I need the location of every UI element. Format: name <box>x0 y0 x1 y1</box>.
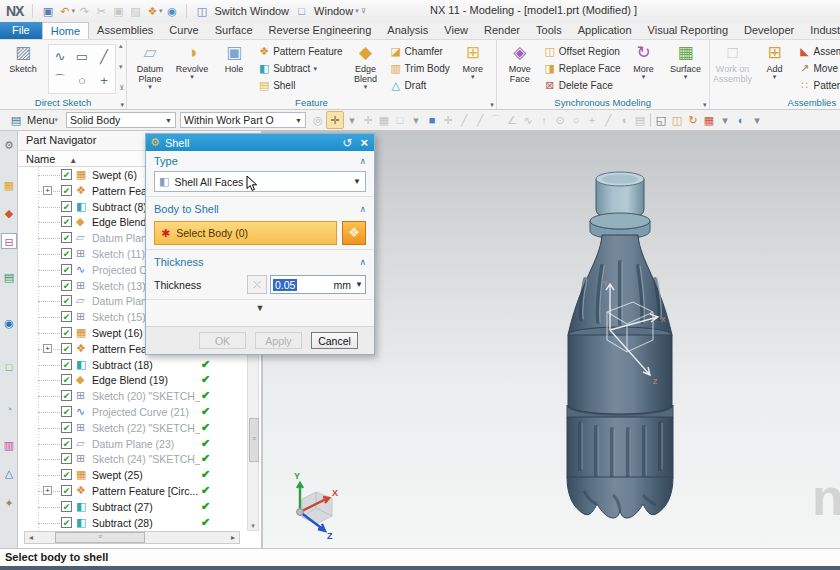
feature-checkbox[interactable]: ✔ <box>61 264 72 275</box>
tab-industry[interactable]: Industry <box>802 22 840 39</box>
feature-checkbox[interactable]: ✔ <box>61 311 72 322</box>
body-to-shell-section-header[interactable]: Body to Shell∧ <box>146 199 374 219</box>
tab-assemblies[interactable]: Assemblies <box>89 22 161 39</box>
feature-checkbox[interactable]: ✔ <box>61 438 72 449</box>
command-finder-icon[interactable]: ❖ <box>145 5 160 18</box>
tree-row-pattern-feature-circ[interactable]: +✔❖Pattern Feature [Circ...✔ <box>18 483 244 499</box>
collapse-chevron-icon[interactable]: ∧ <box>359 204 366 214</box>
hole-button[interactable]: ▣Hole <box>213 42 255 74</box>
subtract-button[interactable]: ◧Subtract▾ <box>257 60 342 77</box>
apply-button[interactable]: Apply <box>255 332 302 349</box>
feature-checkbox[interactable]: ✔ <box>61 374 72 385</box>
work-on-assembly-button[interactable]: □Work on Assembly <box>712 42 754 84</box>
delete-face-button[interactable]: ⊠Delete Face <box>543 77 621 94</box>
scroll-left-arrow[interactable]: ◂ <box>25 533 37 542</box>
tree-row-subtract-28[interactable]: ✔◧Subtract (28)✔ <box>18 515 244 531</box>
scroll-down-arrow[interactable]: ▾ <box>248 522 258 530</box>
feature-checkbox[interactable]: ✔ <box>61 169 72 180</box>
tab-developer[interactable]: Developer <box>736 22 802 39</box>
shell-button[interactable]: ▤Shell <box>257 77 342 94</box>
arc-tool-icon[interactable]: ⌒ <box>49 69 71 93</box>
chamfer-button[interactable]: ◪Chamfer <box>389 43 450 60</box>
clip-dropdown[interactable]: ▾ <box>749 112 765 128</box>
feature-checkbox[interactable]: ✔ <box>61 201 72 212</box>
line-tool-icon[interactable]: ╱ <box>93 45 115 69</box>
customize-quick-access-arrow[interactable]: ⊽ <box>361 7 366 15</box>
shell-type-dropdown[interactable]: ◧ Shell All Faces ▼ <box>154 171 366 192</box>
surface-button[interactable]: ▦Surface▾ <box>665 42 707 80</box>
ok-button[interactable]: OK <box>199 332 246 349</box>
group-dialog-launcher[interactable]: ▾ <box>490 101 494 109</box>
touch-mode-icon[interactable]: ◉ <box>164 5 179 18</box>
part-navigator-icon[interactable]: ⊟ <box>1 233 17 249</box>
reuse-library-icon[interactable]: ▤ <box>1 269 17 285</box>
dialog-close-icon[interactable]: × <box>360 135 368 150</box>
surface-button-dropdown[interactable]: ▾ <box>684 74 688 80</box>
horizontal-scrollbar[interactable]: ◂ ≡ ▸ <box>24 531 240 544</box>
collapse-chevron-icon[interactable]: ∧ <box>359 257 366 267</box>
feature-checkbox[interactable]: ✔ <box>61 248 72 259</box>
tab-analysis[interactable]: Analysis <box>379 22 436 39</box>
revolve-button-dropdown[interactable]: ▾ <box>190 74 194 80</box>
unit-dropdown-arrow[interactable]: ▼ <box>355 280 363 289</box>
thickness-input[interactable]: 0.05 mm ▼ <box>270 275 366 294</box>
dialog-reset-icon[interactable]: ↺ <box>342 136 352 150</box>
tab-visual-reporting[interactable]: Visual Reporting <box>640 22 737 39</box>
face-icon[interactable]: ◖ <box>616 112 632 128</box>
pattern-feature-button[interactable]: ❖Pattern Feature <box>257 43 342 60</box>
manufacturing-icon[interactable]: △ <box>1 465 17 481</box>
polyline-icon[interactable]: ∠ <box>504 112 520 128</box>
selection-filter-icon[interactable]: ◎ <box>310 112 326 128</box>
tree-row-projected-curve-21[interactable]: ✔∿Projected Curve (21)✔ <box>18 404 244 420</box>
expand-icon[interactable]: + <box>43 186 52 195</box>
snap-dropdown[interactable]: ▾ <box>344 112 360 128</box>
tree-row-subtract-18[interactable]: ✔◧Subtract (18)✔ <box>18 357 244 373</box>
clip-section-icon[interactable]: ◐ <box>733 112 749 128</box>
tree-row-subtract-27[interactable]: ✔◧Subtract (27)✔ <box>18 499 244 515</box>
move-face-button[interactable]: ◈Move Face <box>499 42 541 84</box>
circle-icon[interactable]: ○ <box>568 112 584 128</box>
more-sync-button-dropdown[interactable]: ▾ <box>642 74 646 80</box>
datum-plane-button[interactable]: ▱Datum Plane▾ <box>129 42 171 90</box>
feature-checkbox[interactable]: ✔ <box>61 216 72 227</box>
feature-checkbox[interactable]: ✔ <box>61 390 72 401</box>
tree-row-swept-25[interactable]: ✔▦Swept (25)✔ <box>18 467 244 483</box>
add-component-button[interactable]: ⊞Add▾ <box>754 42 796 80</box>
expand-icon[interactable]: + <box>43 486 52 495</box>
feature-checkbox[interactable]: ✔ <box>61 501 72 512</box>
feature-checkbox[interactable]: ✔ <box>61 485 72 496</box>
plus-icon[interactable]: + <box>584 112 600 128</box>
gear-icon[interactable]: ⚙ <box>1 137 17 153</box>
trim-body-button[interactable]: ▥Trim Body <box>389 60 450 77</box>
feature-checkbox[interactable]: ✔ <box>61 280 72 291</box>
offset-region-button[interactable]: ◫Offset Region <box>543 43 621 60</box>
feature-checkbox[interactable]: ✔ <box>61 422 72 433</box>
assembly-constraints-button[interactable]: ◣Assembly Constraints <box>798 43 840 60</box>
body-select-cube-button[interactable]: ❖ <box>342 221 366 245</box>
subtract-button-dropdown[interactable]: ▾ <box>313 65 317 73</box>
feature-checkbox[interactable]: ✔ <box>61 517 72 528</box>
more-feature-button-dropdown[interactable]: ▾ <box>471 74 475 80</box>
profile-tool-icon[interactable]: ∿ <box>49 45 71 69</box>
feature-checkbox[interactable]: ✔ <box>61 295 72 306</box>
dialog-options-gear-icon[interactable]: ⚙ <box>150 136 160 149</box>
assembly-navigator-icon[interactable]: ▦ <box>1 177 17 193</box>
switch-window-icon[interactable]: ◫ <box>194 5 209 18</box>
datum-plane-button-dropdown[interactable]: ▾ <box>148 84 152 90</box>
command-finder-icon-dropdown[interactable]: ▾ <box>159 7 163 15</box>
sort-ascending-icon[interactable]: ▲ <box>69 156 77 165</box>
history-icon[interactable]: □ <box>1 359 17 375</box>
refresh-view-icon[interactable]: ↻ <box>685 112 701 128</box>
feature-checkbox[interactable]: ✔ <box>61 327 72 338</box>
circle-tool-icon[interactable]: ○ <box>71 69 93 93</box>
add-component-button-dropdown[interactable]: ▾ <box>773 74 777 80</box>
spline-icon[interactable]: ∿ <box>520 112 536 128</box>
smart-selection-icon[interactable]: ✛ <box>360 112 376 128</box>
feature-checkbox[interactable]: ✔ <box>61 406 72 417</box>
tree-row-sketch-24-sketch[interactable]: ✔⊞Sketch (24) "SKETCH_...✔ <box>18 451 244 467</box>
move-component-button[interactable]: ↗Move Component <box>798 60 840 77</box>
undo-icon[interactable]: ↶ <box>57 5 72 18</box>
slash-icon[interactable]: ╱ <box>600 112 616 128</box>
more-feature-button[interactable]: ⊞More▾ <box>452 42 494 80</box>
tab-reverse-engineering[interactable]: Reverse Engineering <box>261 22 380 39</box>
